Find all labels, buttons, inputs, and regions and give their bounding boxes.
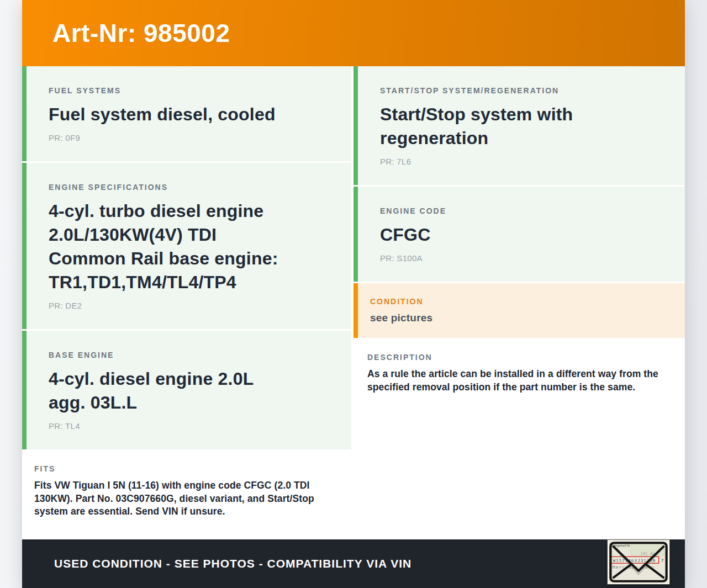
pr-code: PR: 7L6	[380, 157, 661, 166]
pr-code: PR: TL4	[49, 421, 327, 431]
card-label: CONDITION	[370, 297, 663, 306]
card-label: DESCRIPTION	[367, 353, 663, 362]
card-start-stop-system: START/STOP SYSTEM/REGENERATION Start/Sto…	[354, 66, 685, 185]
card-title: CFGC	[380, 223, 661, 247]
card-engine-specifications: ENGINE SPECIFICATIONS 4-cyl. turbo diese…	[22, 163, 351, 329]
condition-value: see pictures	[370, 312, 663, 324]
card-title: Start/Stop system with regeneration	[380, 103, 661, 150]
card-fits: FITS Fits VW Tiguan I 5N (11-16) with en…	[22, 451, 351, 539]
pr-code: PR: S100A	[380, 253, 661, 263]
listing-page: Art-Nr: 985002 FUEL SYSTEMS Fuel system …	[22, 0, 685, 588]
content-area: FUEL SYSTEMS Fuel system diesel, cooled …	[22, 66, 685, 539]
card-base-engine: BASE ENGINE 4-cyl. diesel engine 2.0L ag…	[22, 331, 351, 449]
right-column: START/STOP SYSTEM/REGENERATION Start/Sto…	[354, 66, 685, 539]
fits-text: Fits VW Tiguan I 5N (11-16) with engine …	[34, 479, 329, 518]
card-title: Fuel system diesel, cooled	[49, 103, 327, 126]
card-title: 4-cyl. turbo diesel engine 2.0L/130KW(4V…	[49, 199, 327, 294]
header: Art-Nr: 985002	[22, 0, 685, 66]
card-label: ENGINE CODE	[380, 206, 661, 215]
card-fuel-systems: FUEL SYSTEMS Fuel system diesel, cooled …	[22, 66, 351, 161]
card-title: 4-cyl. diesel engine 2.0L agg. 03L.L	[49, 367, 327, 415]
card-label: START/STOP SYSTEM/REGENERATION	[380, 86, 661, 95]
pr-code: PR: DE2	[49, 301, 327, 310]
footer: USED CONDITION - SEE PHOTOS - COMPATIBIL…	[22, 539, 685, 588]
card-label: FITS	[34, 464, 329, 473]
card-condition: CONDITION see pictures	[354, 283, 685, 338]
description-text: As a rule the article can be installed i…	[367, 368, 663, 394]
footer-banner-text: USED CONDITION - SEE PHOTOS - COMPATIBIL…	[54, 557, 411, 570]
card-label: ENGINE SPECIFICATIONS	[49, 183, 327, 192]
left-column: FUEL SYSTEMS Fuel system diesel, cooled …	[22, 66, 351, 539]
envelope-icon: Fahrgestell-Nr. |4| AiA W1571463J31298 7…	[609, 542, 668, 582]
pr-code: PR: 0F9	[49, 133, 327, 142]
card-engine-code: ENGINE CODE CFGC PR: S100A	[354, 187, 685, 282]
vin-suffix-text: 7	[661, 558, 664, 563]
card-label: BASE ENGINE	[49, 351, 327, 359]
page-title: Art-Nr: 985002	[52, 18, 230, 48]
card-label: FUEL SYSTEMS	[49, 86, 327, 95]
card-description: DESCRIPTION As a rule the article can be…	[354, 340, 685, 539]
vin-document-envelope-image: Fahrgestell-Nr. |4| AiA W1571463J31298 7…	[608, 540, 669, 584]
